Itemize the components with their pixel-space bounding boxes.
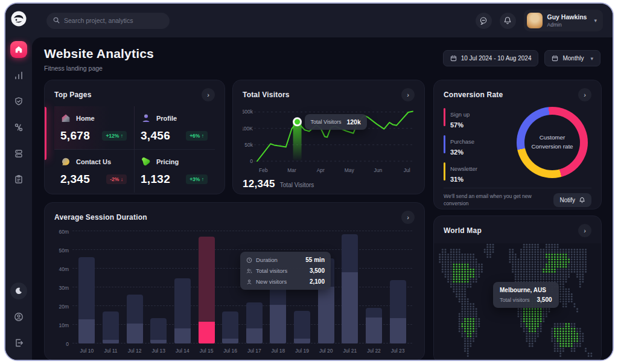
search-icon xyxy=(53,15,60,26)
page-stat-pricing[interactable]: Pricing 1,132 +3% ↑ xyxy=(135,150,215,193)
sidebar xyxy=(5,4,32,360)
user-icon xyxy=(246,279,252,285)
page-subtitle: Fitness landing page xyxy=(44,65,154,72)
legend-label: Purchase xyxy=(450,138,474,145)
brand-logo-icon[interactable] xyxy=(11,11,27,27)
tooltip-value: 3,500 xyxy=(310,267,325,274)
bar-column[interactable] xyxy=(218,231,243,343)
session-chart-area: 60m50m40m30m20m10m0 Duration 55 min Tota… xyxy=(72,231,412,343)
bar-x-label: Jul 20 xyxy=(314,348,338,354)
sidebar-item-home[interactable] xyxy=(10,41,27,58)
session-expand-button[interactable]: › xyxy=(401,211,415,224)
legend-label: Newsletter xyxy=(450,165,477,172)
legend-item: Purchase32% xyxy=(444,135,502,156)
sidebar-footer xyxy=(10,283,27,351)
top-pages-grid: Home 5,678 +12% ↑ xyxy=(54,106,215,193)
conversion-legend: Sign up57% Purchase32% Newsletter31% xyxy=(444,107,502,183)
session-duration-card: Average Session Duration › 60m50m40m30m2… xyxy=(44,202,425,360)
bar-column[interactable] xyxy=(123,231,147,343)
bar-x-label: Jul 11 xyxy=(99,348,123,354)
bar-x-label: Jul 14 xyxy=(171,348,195,354)
bar-x-label: Jul 15 xyxy=(194,348,218,354)
bar-column[interactable] xyxy=(386,231,410,343)
calendar-icon xyxy=(552,55,558,62)
visitors-chart-area: 500k100K50k0FebMarAprMayJunJul Total Vis… xyxy=(243,104,415,176)
period-select[interactable]: Monthly ▾ xyxy=(544,50,600,66)
profile-page-icon xyxy=(141,113,151,124)
bar-column[interactable] xyxy=(171,231,195,343)
svg-text:Jul: Jul xyxy=(404,167,410,173)
bar-x-label: Jul 23 xyxy=(386,348,410,354)
conversion-expand-button[interactable]: › xyxy=(578,88,591,101)
search-input[interactable] xyxy=(64,17,163,24)
visitors-tooltip: Total Visitors 120k xyxy=(305,114,367,130)
account-icon[interactable] xyxy=(10,308,27,325)
visitors-total-label: Total Visitors xyxy=(280,182,314,188)
svg-text:May: May xyxy=(345,167,355,173)
sidebar-item-analytics[interactable] xyxy=(10,67,27,84)
page-label: Profile xyxy=(156,115,177,122)
world-map-expand-button[interactable]: › xyxy=(578,224,591,237)
active-page-accent xyxy=(45,107,46,160)
svg-text:500k: 500k xyxy=(243,109,253,115)
legend-item: Newsletter31% xyxy=(444,162,502,183)
profile-menu[interactable]: Guy Hawkins Admin ▾ xyxy=(524,10,603,31)
notifications-button[interactable] xyxy=(500,13,516,29)
page-value: 3,456 xyxy=(141,129,170,142)
bar-column[interactable] xyxy=(99,231,123,343)
bar-column[interactable] xyxy=(147,231,171,343)
world-map-area[interactable]: Melbourne, AUS Total visitors 3,500 xyxy=(434,243,601,358)
users-icon xyxy=(246,268,252,274)
notify-label: Notify xyxy=(559,197,575,203)
page-change-badge: +6% ↑ xyxy=(186,131,208,141)
page-change-badge: -2% ↓ xyxy=(106,174,127,184)
tooltip-label: Total visitors xyxy=(500,297,530,303)
clock-icon xyxy=(246,257,252,263)
top-pages-expand-button[interactable]: › xyxy=(202,88,215,101)
session-tooltip: Duration 55 min Total visitors 3,500 New… xyxy=(240,252,331,290)
bar-column[interactable] xyxy=(194,231,218,343)
total-visitors-expand-button[interactable]: › xyxy=(401,88,415,101)
user-name: Guy Hawkins xyxy=(547,13,587,21)
svg-text:100K: 100K xyxy=(243,126,253,132)
sidebar-item-reports[interactable] xyxy=(10,171,27,188)
page-title: Website Analytics xyxy=(44,46,154,61)
tooltip-value: 55 min xyxy=(305,257,325,263)
svg-text:Mar: Mar xyxy=(287,167,296,173)
date-range-picker[interactable]: 10 Jul 2024 - 10 Aug 2024 xyxy=(443,50,539,66)
page-stat-profile[interactable]: Profile 3,456 +6% ↑ xyxy=(135,106,215,150)
dark-mode-toggle[interactable] xyxy=(10,283,27,299)
notify-button[interactable]: Notify xyxy=(553,193,591,207)
date-range-value: 10 Jul 2024 - 10 Aug 2024 xyxy=(461,55,532,62)
sidebar-item-integrations[interactable] xyxy=(10,119,27,136)
sidebar-nav xyxy=(10,41,27,188)
bar-column[interactable] xyxy=(338,231,362,343)
search-bar[interactable] xyxy=(46,13,170,29)
bar-x-label: Jul 19 xyxy=(290,348,314,354)
topbar: Guy Hawkins Admin ▾ xyxy=(32,4,613,37)
legend-pct: 32% xyxy=(450,148,474,156)
card-title: Conversion Rate xyxy=(444,91,503,99)
tooltip-label: Total Visitors xyxy=(311,119,342,125)
conversion-donut[interactable]: Customer Conversion rate xyxy=(517,107,588,178)
pricing-page-icon xyxy=(141,156,151,167)
page-label: Pricing xyxy=(156,158,179,165)
page-stat-home[interactable]: Home 5,678 +12% ↑ xyxy=(54,106,135,150)
messages-button[interactable] xyxy=(476,13,492,29)
bar-x-label: Jul 13 xyxy=(147,348,171,354)
page-label: Home xyxy=(76,115,95,122)
legend-color-bar xyxy=(444,108,445,126)
page-value: 1,132 xyxy=(141,173,170,186)
sidebar-item-devices[interactable] xyxy=(10,145,27,162)
bar-column[interactable] xyxy=(362,231,386,343)
page-stat-contact[interactable]: Contact Us 2,345 -2% ↓ xyxy=(54,150,135,193)
logout-icon[interactable] xyxy=(10,334,27,351)
legend-color-bar xyxy=(444,162,445,180)
app-window: Guy Hawkins Admin ▾ Website Analytics Fi… xyxy=(4,2,614,361)
tooltip-label: Duration xyxy=(256,257,278,263)
map-tooltip: Melbourne, AUS Total visitors 3,500 xyxy=(493,282,559,308)
bar-column[interactable] xyxy=(75,231,99,343)
sidebar-item-security[interactable] xyxy=(10,93,27,110)
chevron-down-icon: ▾ xyxy=(590,56,593,62)
home-page-icon xyxy=(60,113,71,124)
